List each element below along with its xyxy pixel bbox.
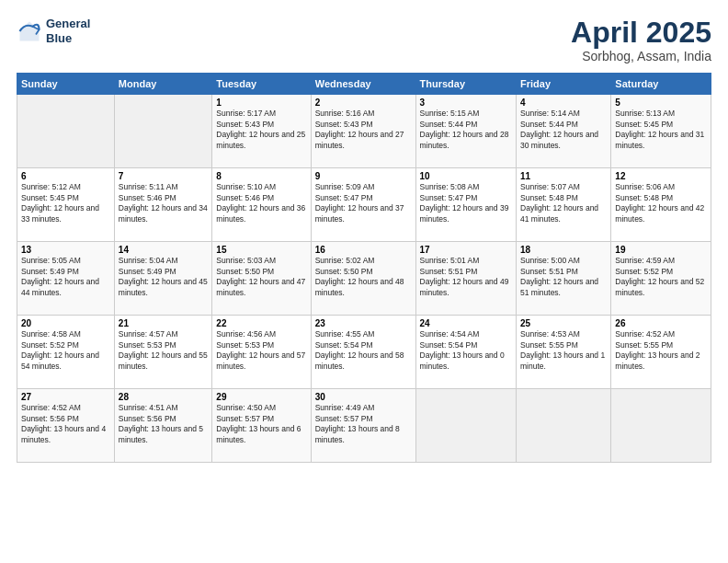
calendar-header-cell: Saturday [611, 74, 711, 95]
calendar-body: 1Sunrise: 5:17 AM Sunset: 5:43 PM Daylig… [17, 95, 711, 463]
day-info: Sunrise: 5:12 AM Sunset: 5:45 PM Dayligh… [21, 182, 110, 224]
calendar-cell [611, 389, 711, 463]
calendar-header-row: SundayMondayTuesdayWednesdayThursdayFrid… [17, 74, 711, 95]
day-number: 15 [216, 245, 306, 255]
day-number: 7 [119, 171, 209, 181]
calendar-cell: 18Sunrise: 5:00 AM Sunset: 5:51 PM Dayli… [517, 242, 611, 316]
day-number: 8 [216, 171, 306, 181]
calendar-week-row: 1Sunrise: 5:17 AM Sunset: 5:43 PM Daylig… [17, 95, 711, 168]
calendar-cell: 27Sunrise: 4:52 AM Sunset: 5:56 PM Dayli… [17, 389, 115, 463]
day-info: Sunrise: 4:51 AM Sunset: 5:56 PM Dayligh… [119, 403, 209, 445]
calendar-cell: 1Sunrise: 5:17 AM Sunset: 5:43 PM Daylig… [212, 95, 311, 168]
day-info: Sunrise: 5:14 AM Sunset: 5:44 PM Dayligh… [520, 109, 607, 151]
day-info: Sunrise: 5:15 AM Sunset: 5:44 PM Dayligh… [420, 109, 513, 151]
day-info: Sunrise: 5:04 AM Sunset: 5:49 PM Dayligh… [119, 256, 209, 298]
day-number: 19 [615, 245, 707, 255]
day-info: Sunrise: 5:07 AM Sunset: 5:48 PM Dayligh… [520, 182, 607, 224]
day-info: Sunrise: 5:03 AM Sunset: 5:50 PM Dayligh… [216, 256, 306, 298]
calendar-header-cell: Monday [114, 74, 212, 95]
title-block: April 2025 Sorbhog, Assam, India [571, 17, 711, 63]
day-info: Sunrise: 4:55 AM Sunset: 5:54 PM Dayligh… [315, 329, 412, 372]
day-number: 20 [21, 318, 110, 328]
day-info: Sunrise: 4:52 AM Sunset: 5:56 PM Dayligh… [21, 403, 110, 445]
day-info: Sunrise: 4:54 AM Sunset: 5:54 PM Dayligh… [420, 329, 513, 372]
day-info: Sunrise: 5:00 AM Sunset: 5:51 PM Dayligh… [520, 256, 607, 298]
main-title: April 2025 [571, 17, 711, 49]
calendar-cell: 2Sunrise: 5:16 AM Sunset: 5:43 PM Daylig… [311, 95, 415, 168]
calendar-cell: 24Sunrise: 4:54 AM Sunset: 5:54 PM Dayli… [415, 316, 517, 389]
day-info: Sunrise: 5:01 AM Sunset: 5:51 PM Dayligh… [420, 256, 513, 298]
day-number: 22 [216, 318, 306, 328]
calendar-cell: 16Sunrise: 5:02 AM Sunset: 5:50 PM Dayli… [311, 242, 415, 316]
calendar-cell [114, 95, 212, 168]
page: General Blue April 2025 Sorbhog, Assam, … [0, 0, 728, 563]
calendar-cell: 15Sunrise: 5:03 AM Sunset: 5:50 PM Dayli… [212, 242, 311, 316]
calendar-cell: 3Sunrise: 5:15 AM Sunset: 5:44 PM Daylig… [415, 95, 517, 168]
calendar-header-cell: Friday [517, 74, 611, 95]
day-number: 16 [315, 245, 412, 255]
day-number: 17 [420, 245, 513, 255]
calendar-cell: 8Sunrise: 5:10 AM Sunset: 5:46 PM Daylig… [212, 168, 311, 242]
day-info: Sunrise: 5:13 AM Sunset: 5:45 PM Dayligh… [615, 109, 707, 151]
day-number: 11 [520, 171, 607, 181]
calendar-cell: 7Sunrise: 5:11 AM Sunset: 5:46 PM Daylig… [114, 168, 212, 242]
calendar-cell: 22Sunrise: 4:56 AM Sunset: 5:53 PM Dayli… [212, 316, 311, 389]
day-number: 2 [315, 98, 412, 108]
calendar-cell: 5Sunrise: 5:13 AM Sunset: 5:45 PM Daylig… [611, 95, 711, 168]
calendar-table: SundayMondayTuesdayWednesdayThursdayFrid… [17, 73, 711, 463]
calendar-header-cell: Thursday [415, 74, 517, 95]
day-info: Sunrise: 5:10 AM Sunset: 5:46 PM Dayligh… [216, 182, 306, 224]
day-info: Sunrise: 4:59 AM Sunset: 5:52 PM Dayligh… [615, 256, 707, 298]
calendar-cell: 26Sunrise: 4:52 AM Sunset: 5:55 PM Dayli… [611, 316, 711, 389]
calendar-week-row: 6Sunrise: 5:12 AM Sunset: 5:45 PM Daylig… [17, 168, 711, 242]
calendar-cell: 11Sunrise: 5:07 AM Sunset: 5:48 PM Dayli… [517, 168, 611, 242]
day-info: Sunrise: 4:50 AM Sunset: 5:57 PM Dayligh… [216, 403, 306, 445]
calendar-header-cell: Sunday [17, 74, 115, 95]
day-info: Sunrise: 5:02 AM Sunset: 5:50 PM Dayligh… [315, 256, 412, 298]
day-info: Sunrise: 5:09 AM Sunset: 5:47 PM Dayligh… [315, 182, 412, 224]
day-info: Sunrise: 4:52 AM Sunset: 5:55 PM Dayligh… [615, 329, 707, 372]
day-number: 26 [615, 318, 707, 328]
calendar-cell: 14Sunrise: 5:04 AM Sunset: 5:49 PM Dayli… [114, 242, 212, 316]
calendar-cell: 20Sunrise: 4:58 AM Sunset: 5:52 PM Dayli… [17, 316, 115, 389]
calendar-cell: 17Sunrise: 5:01 AM Sunset: 5:51 PM Dayli… [415, 242, 517, 316]
calendar-cell: 19Sunrise: 4:59 AM Sunset: 5:52 PM Dayli… [611, 242, 711, 316]
day-number: 23 [315, 318, 412, 328]
day-number: 14 [119, 245, 209, 255]
calendar-cell: 28Sunrise: 4:51 AM Sunset: 5:56 PM Dayli… [114, 389, 212, 463]
day-number: 5 [615, 98, 707, 108]
calendar-cell: 13Sunrise: 5:05 AM Sunset: 5:49 PM Dayli… [17, 242, 115, 316]
calendar-cell: 12Sunrise: 5:06 AM Sunset: 5:48 PM Dayli… [611, 168, 711, 242]
day-number: 21 [119, 318, 209, 328]
day-info: Sunrise: 5:08 AM Sunset: 5:47 PM Dayligh… [420, 182, 513, 224]
calendar-header-cell: Tuesday [212, 74, 311, 95]
calendar-header-cell: Wednesday [311, 74, 415, 95]
calendar-week-row: 20Sunrise: 4:58 AM Sunset: 5:52 PM Dayli… [17, 316, 711, 389]
day-number: 6 [21, 171, 110, 181]
day-number: 9 [315, 171, 412, 181]
day-number: 25 [520, 318, 607, 328]
day-number: 12 [615, 171, 707, 181]
day-info: Sunrise: 4:58 AM Sunset: 5:52 PM Dayligh… [21, 329, 110, 372]
calendar-cell: 4Sunrise: 5:14 AM Sunset: 5:44 PM Daylig… [517, 95, 611, 168]
day-info: Sunrise: 5:05 AM Sunset: 5:49 PM Dayligh… [21, 256, 110, 298]
day-number: 10 [420, 171, 513, 181]
day-number: 30 [315, 392, 412, 402]
logo-text: General Blue [46, 17, 90, 45]
subtitle: Sorbhog, Assam, India [571, 49, 711, 63]
calendar-cell [415, 389, 517, 463]
day-number: 4 [520, 98, 607, 108]
day-number: 24 [420, 318, 513, 328]
header: General Blue April 2025 Sorbhog, Assam, … [17, 17, 711, 63]
day-info: Sunrise: 5:16 AM Sunset: 5:43 PM Dayligh… [315, 109, 412, 151]
day-info: Sunrise: 5:11 AM Sunset: 5:46 PM Dayligh… [119, 182, 209, 224]
day-info: Sunrise: 4:53 AM Sunset: 5:55 PM Dayligh… [520, 329, 607, 372]
calendar-cell: 9Sunrise: 5:09 AM Sunset: 5:47 PM Daylig… [311, 168, 415, 242]
calendar-week-row: 27Sunrise: 4:52 AM Sunset: 5:56 PM Dayli… [17, 389, 711, 463]
calendar-cell [17, 95, 115, 168]
day-info: Sunrise: 4:56 AM Sunset: 5:53 PM Dayligh… [216, 329, 306, 372]
day-number: 29 [216, 392, 306, 402]
logo-icon [17, 18, 42, 44]
calendar-cell: 21Sunrise: 4:57 AM Sunset: 5:53 PM Dayli… [114, 316, 212, 389]
day-number: 28 [119, 392, 209, 402]
